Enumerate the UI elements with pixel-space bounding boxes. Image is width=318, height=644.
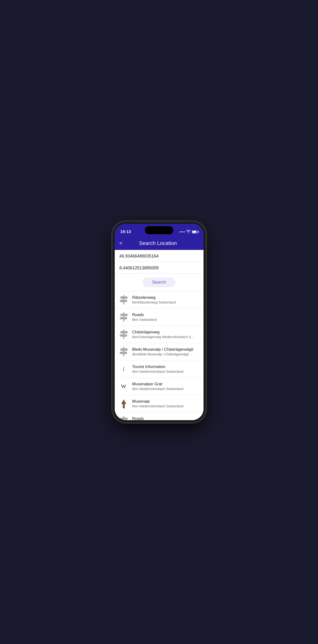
search-button[interactable]: Search — [142, 278, 175, 287]
result-detail: 0km Niederrickenbach Switzerland — [132, 387, 200, 391]
wikipedia-icon: W — [118, 381, 129, 392]
battery-icon — [192, 230, 198, 234]
phone-screen: 19:13 — [115, 224, 204, 420]
latitude-wrapper — [115, 250, 204, 262]
longitude-input[interactable] — [119, 266, 199, 270]
svg-rect-8 — [120, 317, 127, 320]
result-text: Musenalp 0km Niederrickenbach Switzerlan… — [132, 399, 200, 408]
result-detail: 0km Niederrickenbach Switzerland — [132, 370, 200, 374]
result-name: Bleiki-Musenalp / Chästrägerwägli — [132, 347, 200, 352]
svg-rect-11 — [120, 331, 127, 334]
list-item[interactable]: W Musenalper Grat 0km Niederrickenbach S… — [115, 378, 204, 395]
result-detail: 0kmBleiki-Musenalp / Chästrägerwägli ... — [132, 352, 200, 356]
dynamic-island — [145, 226, 173, 234]
content-area: Search — [115, 250, 204, 420]
status-icons — [180, 230, 198, 234]
result-name: Roads — [132, 416, 200, 420]
signpost-icon — [118, 416, 129, 420]
svg-rect-13 — [120, 334, 127, 337]
phone-frame: 19:13 — [113, 222, 205, 422]
result-detail: 0km Switzerland — [132, 318, 200, 322]
search-button-wrapper: Search — [115, 274, 204, 291]
svg-marker-9 — [119, 317, 120, 320]
svg-rect-1 — [120, 296, 127, 299]
result-name: Musenalper Grat — [132, 382, 200, 386]
svg-marker-19 — [119, 352, 120, 354]
wifi-icon — [186, 230, 191, 234]
status-bar: 19:13 — [115, 224, 204, 237]
svg-rect-3 — [120, 300, 127, 302]
svg-marker-25 — [127, 418, 128, 420]
list-item[interactable]: Rätzelenweg 0kmRätzelenweg Switzerland — [115, 291, 204, 308]
signpost-icon — [118, 294, 129, 305]
page-title: Search Location — [127, 240, 189, 246]
list-item[interactable]: Bleiki-Musenalp / Chästrägerwägli 0kmBle… — [115, 343, 204, 360]
svg-rect-6 — [120, 314, 127, 316]
result-name: Roads — [132, 312, 200, 317]
latitude-input[interactable] — [119, 254, 199, 259]
svg-marker-7 — [127, 314, 128, 316]
tower-icon — [118, 398, 129, 409]
result-detail: 0kmChästrägerweg Niederrickenbach S... — [132, 335, 200, 339]
svg-marker-17 — [127, 348, 128, 351]
svg-marker-14 — [119, 334, 120, 337]
input-section: Search — [115, 250, 204, 291]
result-detail: 0km Niederrickenbach Switzerland — [132, 404, 200, 408]
signpost-icon — [118, 346, 129, 357]
result-text: Musenalper Grat 0km Niederrickenbach Swi… — [132, 382, 200, 391]
svg-marker-4 — [119, 300, 120, 302]
result-text: Rätzelenweg 0kmRätzelenweg Switzerland — [132, 295, 200, 304]
result-detail: 0kmRätzelenweg Switzerland — [132, 300, 200, 304]
result-name: Chästrägerweg — [132, 330, 200, 334]
result-name: Rätzelenweg — [132, 295, 200, 300]
status-time: 19:13 — [120, 230, 131, 234]
list-item[interactable]: Chästrägerweg 0kmChästrägerweg Niederric… — [115, 326, 204, 343]
svg-rect-18 — [120, 352, 127, 354]
longitude-wrapper — [115, 262, 204, 274]
signpost-icon — [118, 312, 129, 322]
back-button[interactable]: < — [119, 241, 122, 246]
list-item[interactable]: Roads 0km Niederrickenbach Switzerland — [115, 412, 204, 420]
info-icon: i — [118, 364, 129, 374]
result-text: Roads 0km Switzerland — [132, 312, 200, 322]
result-text: Tourist Information 0km Niederrickenbach… — [132, 364, 200, 374]
signpost-icon — [118, 329, 129, 340]
list-item[interactable]: Roads 0km Switzerland — [115, 308, 204, 326]
result-name: Musenalp — [132, 399, 200, 404]
svg-marker-2 — [127, 296, 128, 299]
svg-marker-12 — [127, 331, 128, 334]
list-item[interactable]: i Tourist Information 0km Niederrickenba… — [115, 360, 204, 378]
svg-rect-24 — [120, 418, 127, 420]
nav-bar: < Search Location — [115, 237, 204, 250]
svg-rect-22 — [122, 402, 126, 404]
result-text: Chästrägerweg 0kmChästrägerweg Niederric… — [132, 330, 200, 339]
svg-rect-16 — [120, 348, 127, 351]
results-list: Rätzelenweg 0kmRätzelenweg Switzerland — [115, 291, 204, 420]
result-name: Tourist Information — [132, 364, 200, 369]
result-text: Bleiki-Musenalp / Chästrägerwägli 0kmBle… — [132, 347, 200, 356]
result-text: Roads 0km Niederrickenbach Switzerland — [132, 416, 200, 420]
signal-icon — [180, 232, 185, 232]
svg-rect-20 — [123, 404, 125, 408]
list-item[interactable]: Musenalp 0km Niederrickenbach Switzerlan… — [115, 395, 204, 412]
